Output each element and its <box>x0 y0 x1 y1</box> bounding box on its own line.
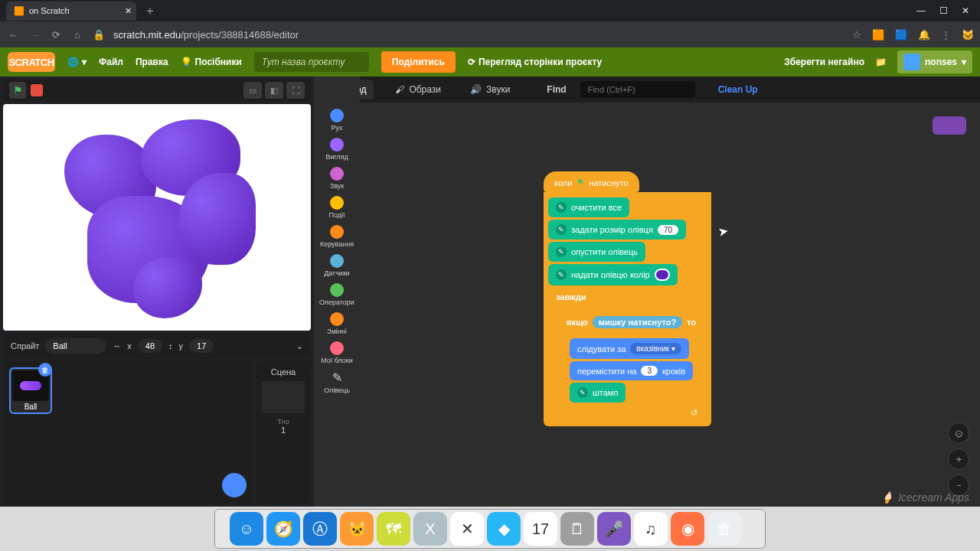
ext-icon-2[interactable]: 🟦 <box>895 29 907 41</box>
stage-controls: ⚑ ▭ ◧ ⛶ <box>3 80 311 101</box>
block-pen-down[interactable]: ✎опустити олівець <box>548 242 645 262</box>
dock-app-icon[interactable]: X <box>413 512 447 546</box>
stage-panel: Сцена Тло 1 <box>256 361 311 504</box>
block-mouse-down[interactable]: мишку натиснуто? <box>593 316 682 328</box>
green-flag-button[interactable]: ⚑ <box>9 82 26 99</box>
file-menu[interactable]: Файл <box>99 57 123 67</box>
block-palette: РухВиглядЗвукПодіїКеруванняДатчикиОперат… <box>314 77 360 507</box>
watermark: 🍦 Icecream Apps <box>880 491 969 504</box>
backdrop-count: 1 <box>281 425 286 435</box>
save-now[interactable]: Зберегти негайно <box>784 57 864 67</box>
scratch-menubar: SCRATCH 🌐 ▾ Файл Правка 💡 Посібники Тут … <box>0 47 980 77</box>
sprite-list: Ball 🗑 <box>3 361 253 504</box>
dock-app-icon[interactable]: ◆ <box>487 512 521 546</box>
mystuff-folder-icon[interactable]: 📁 <box>875 57 887 67</box>
sprite-y[interactable]: 17 <box>189 339 214 353</box>
category-Керування[interactable]: Керування <box>320 223 354 249</box>
scratch-logo[interactable]: SCRATCH <box>8 52 55 72</box>
dock-app-icon[interactable]: ✕ <box>450 512 484 546</box>
dock-app-icon[interactable]: 17 <box>524 512 557 546</box>
nav-back-icon[interactable]: ← <box>6 29 20 41</box>
language-menu[interactable]: 🌐 ▾ <box>67 57 87 67</box>
category-Вигляд[interactable]: Вигляд <box>325 136 348 162</box>
ext-icon-1[interactable]: 🟧 <box>872 29 884 41</box>
account-menu[interactable]: nonses ▾ <box>897 51 972 73</box>
category-Мої блоки[interactable]: Мої блоки <box>321 340 353 366</box>
sprite-watermark <box>933 116 966 135</box>
stage-small-mode[interactable]: ▭ <box>243 82 262 99</box>
stage-full-mode[interactable]: ⛶ <box>286 82 305 99</box>
blocks-workspace[interactable]: коли ⚑ натиснуто ✎очистити все ✎задати р… <box>360 103 980 507</box>
see-project-page[interactable]: ⟳ Перегляд сторінки проєкту <box>468 57 602 67</box>
lock-icon: 🔒 <box>92 29 106 41</box>
share-button[interactable]: Поділитись <box>381 51 456 73</box>
zoom-reset[interactable]: ⊙ <box>948 422 969 444</box>
block-move-steps[interactable]: перемістити на3кроків <box>570 361 693 380</box>
browser-tabstrip: 🟧 on Scratch ✕ ＋ — ☐ ✕ <box>0 0 980 21</box>
category-Звук[interactable]: Звук <box>330 165 344 191</box>
zoom-in[interactable]: ＋ <box>948 448 969 470</box>
category-Рух[interactable]: Рух <box>330 107 344 133</box>
delete-sprite-icon[interactable]: 🗑 <box>38 363 52 377</box>
notifications-icon[interactable]: 🔔 <box>918 29 930 41</box>
category-Події[interactable]: Події <box>328 194 345 220</box>
dock-app-icon[interactable]: 🗒 <box>560 512 594 546</box>
macos-dock: ☺🧭Ⓐ🐱🗺X✕◆17🗒🎤♫◉🗑 <box>0 507 980 551</box>
window-maximize[interactable]: ☐ <box>939 5 948 16</box>
category-Оператори[interactable]: Оператори <box>319 282 354 308</box>
add-sprite-button[interactable] <box>222 473 247 497</box>
sprite-label: Спрайт <box>11 341 39 350</box>
block-set-pen-size[interactable]: ✎задати розмір олівця70 <box>548 220 686 240</box>
nav-home-icon[interactable]: ⌂ <box>70 29 84 41</box>
stage-label: Сцена <box>271 367 296 377</box>
user-avatar <box>903 54 920 70</box>
profile-avatar-icon[interactable]: 🐱 <box>962 29 974 41</box>
tab-close-icon[interactable]: ✕ <box>125 6 132 16</box>
script-stack[interactable]: коли ⚑ натиснуто ✎очистити все ✎задати р… <box>544 171 711 426</box>
dock-app-icon[interactable]: ◉ <box>671 512 704 546</box>
stage-thumb[interactable] <box>262 381 305 413</box>
sprite-x[interactable]: 48 <box>138 339 162 353</box>
category-Змінні[interactable]: Змінні <box>327 311 347 337</box>
window-close[interactable]: ✕ <box>962 5 969 16</box>
category-Олівець[interactable]: ✎Олівець <box>324 369 350 396</box>
hat-when-flag-clicked[interactable]: коли ⚑ натиснуто <box>544 171 639 192</box>
block-go-to[interactable]: слідувати завказівник ▾ <box>570 338 689 359</box>
window-minimize[interactable]: — <box>916 5 926 16</box>
tab-title: on Scratch <box>29 6 70 15</box>
dock-app-icon[interactable]: ♫ <box>634 512 668 546</box>
address-bar[interactable]: scratch.mit.edu/projects/388814688/edito… <box>113 29 299 41</box>
nav-forward-icon: → <box>28 29 41 41</box>
tutorials-menu[interactable]: 💡 Посібники <box>181 57 242 67</box>
edit-menu[interactable]: Правка <box>136 57 168 67</box>
browser-menu-icon[interactable]: ⋮ <box>941 29 951 41</box>
stage-large-mode[interactable]: ◧ <box>265 82 283 99</box>
dock-app-icon[interactable]: 🎤 <box>597 512 631 546</box>
sprite-name-input[interactable] <box>45 338 106 354</box>
category-Датчики[interactable]: Датчики <box>324 253 350 279</box>
stage[interactable] <box>3 104 311 331</box>
dock-app-icon[interactable]: ☺ <box>230 512 263 546</box>
project-title-input[interactable]: Тут назва проєкту <box>254 52 369 72</box>
block-forever[interactable]: завжди <box>548 288 594 303</box>
dock-app-icon[interactable]: 🧭 <box>266 512 300 546</box>
block-stamp[interactable]: ✎штамп <box>570 383 626 403</box>
dock-app-icon[interactable]: 🗺 <box>377 512 410 546</box>
browser-toolbar: ← → ⟳ ⌂ 🔒 scratch.mit.edu/projects/38881… <box>0 21 980 47</box>
sprite-expand-icon[interactable]: ⌄ <box>296 341 303 351</box>
dock-app-icon[interactable]: 🗑 <box>707 512 741 546</box>
dock-app-icon[interactable]: 🐱 <box>340 512 374 546</box>
browser-tab[interactable]: 🟧 on Scratch ✕ <box>6 2 136 21</box>
new-tab-button[interactable]: ＋ <box>144 3 156 19</box>
sprite-info-bar: Спрайт ↔x 48 ↕y 17 ⌄ <box>3 334 311 358</box>
block-erase-all[interactable]: ✎очистити все <box>548 197 629 217</box>
dock-app-icon[interactable]: Ⓐ <box>303 512 337 546</box>
block-set-pen-color[interactable]: ✎надати олівцю колір <box>548 264 678 285</box>
nav-reload-icon[interactable]: ⟳ <box>49 29 63 41</box>
block-if[interactable]: якщо мишку натиснуто? то <box>559 309 704 332</box>
bookmark-star-icon[interactable]: ☆ <box>852 29 861 41</box>
stop-button[interactable] <box>31 84 43 96</box>
